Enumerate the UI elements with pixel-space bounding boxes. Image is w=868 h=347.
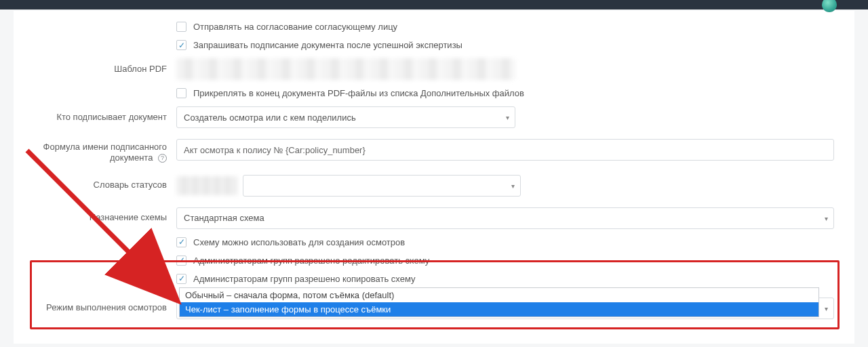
select-who-signs-value: Создатель осмотра или с кем поделились [184,113,356,123]
checkbox-scheme-create[interactable] [176,237,186,247]
select-scheme-purpose-value: Стандартная схема [184,213,264,223]
pdf-template-field-blurred[interactable] [176,58,515,80]
label-signed-name-formula: Формула имени подписанного документа [43,142,167,163]
dropdown-option-default[interactable]: Обычный – сначала форма, потом съёмка (d… [180,288,818,302]
select-status-dict[interactable]: ▾ [243,175,521,197]
label-admins-copy: Администраторам групп разрешено копирова… [193,274,416,284]
dropdown-option-checklist[interactable]: Чек-лист – заполнение формы в процессе с… [180,302,818,317]
topbar [0,0,868,9]
chevron-down-icon: ▾ [506,114,509,121]
status-dict-blurred [176,176,237,195]
checkbox-send-approval[interactable] [176,22,186,32]
label-attach-pdf: Прикреплять в конец документа PDF-файлы … [193,88,524,98]
select-scheme-purpose[interactable]: Стандартная схема ▾ [176,207,834,229]
label-pdf-template: Шаблон PDF [14,64,176,75]
label-scheme-create: Схему можно использовать для создания ос… [193,237,405,247]
label-request-signature: Запрашивать подписание документа после у… [193,40,462,50]
label-scheme-purpose: Назначение схемы [14,212,176,223]
chevron-down-icon: ▾ [825,304,828,312]
chevron-down-icon: ▾ [511,182,515,189]
checkbox-request-signature[interactable] [176,40,186,50]
label-status-dict: Словарь статусов [14,180,176,190]
select-who-signs[interactable]: Создатель осмотра или с кем поделились ▾ [176,106,515,128]
label-who-signs: Кто подписывает документ [14,112,176,123]
label-send-approval: Отправлять на согласование согласующему … [193,22,397,32]
label-execution-mode: Режим выполнения осмотров [14,302,176,313]
chevron-down-icon: ▾ [825,214,828,222]
input-signed-name-value: Акт осмотра к полису № {Car:policy_numbe… [184,145,366,155]
checkbox-attach-pdf[interactable] [176,88,186,98]
checkbox-admins-edit[interactable] [176,256,186,266]
input-signed-name-formula[interactable]: Акт осмотра к полису № {Car:policy_numbe… [176,139,834,161]
execution-mode-dropdown[interactable]: Обычный – сначала форма, потом съёмка (d… [179,287,819,317]
checkbox-admins-copy[interactable] [176,274,186,284]
help-icon[interactable]: ? [158,154,167,163]
label-admins-edit: Администраторам групп разрешено редактир… [193,256,429,266]
